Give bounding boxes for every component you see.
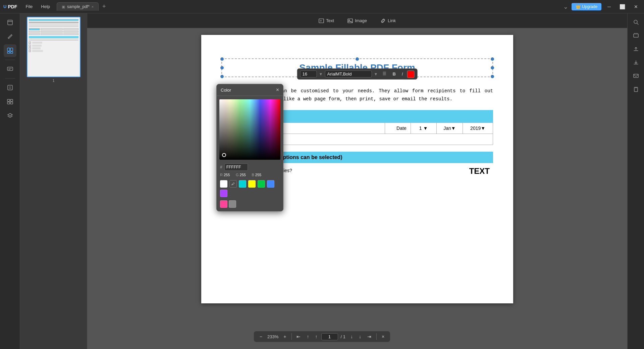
font-size-input[interactable] xyxy=(300,70,317,78)
color-picker-dialog[interactable]: Color × # R 255 G 255 xyxy=(216,84,283,211)
sidebar-icon-comment[interactable] xyxy=(4,63,16,76)
swatch-blue[interactable] xyxy=(267,180,274,188)
sidebar-icon-organize[interactable] xyxy=(4,95,16,108)
black-overlay xyxy=(219,99,280,160)
nav-next-button[interactable]: ↓ xyxy=(348,333,355,340)
address-input-cell[interactable] xyxy=(256,134,493,145)
thumb-page-number: 1 xyxy=(27,79,80,83)
pdf-canvas[interactable]: ▼ ▼ B I xyxy=(87,28,627,349)
handle-br[interactable] xyxy=(491,75,494,78)
rsidebar-search-icon[interactable] xyxy=(630,16,642,28)
sidebar-icon-edit[interactable] xyxy=(4,30,16,43)
sidebar-icon-form[interactable] xyxy=(4,81,16,94)
font-size-dropdown-icon[interactable]: ▼ xyxy=(319,72,323,77)
tab-sample-pdf[interactable]: ▣ sample_pdf* × xyxy=(57,2,99,11)
list-icon xyxy=(382,71,386,76)
minimize-button[interactable]: ─ xyxy=(605,3,613,11)
sidebar-icon-layers[interactable] xyxy=(4,109,16,122)
left-sidebar xyxy=(0,13,20,349)
color-extra-swatches xyxy=(217,200,283,211)
handle-tc[interactable] xyxy=(356,57,359,61)
rgb-b: B 255 xyxy=(252,173,265,177)
svg-line-24 xyxy=(637,23,638,24)
handle-tr[interactable] xyxy=(491,57,494,61)
swatch-pink[interactable] xyxy=(220,200,227,208)
tab-close-icon[interactable]: × xyxy=(92,5,94,9)
svg-rect-0 xyxy=(8,20,12,25)
svg-rect-4 xyxy=(7,52,10,53)
sidebar-icon-thumbnail[interactable] xyxy=(4,44,16,57)
handle-ml[interactable] xyxy=(220,66,224,69)
close-button[interactable]: ✕ xyxy=(631,3,641,11)
rgb-r: R 255 xyxy=(220,173,233,177)
thumbnail-page-1[interactable]: 1 xyxy=(27,17,80,83)
page-total: / 1 xyxy=(339,334,346,339)
handle-tl[interactable] xyxy=(220,57,224,61)
font-name-input[interactable] xyxy=(325,70,372,78)
swatch-gray[interactable] xyxy=(229,200,236,208)
tabs-dropdown-icon[interactable]: ⌄ xyxy=(563,3,568,10)
date-day-cell[interactable]: 1 ▼ xyxy=(411,122,436,134)
add-tab-button[interactable]: + xyxy=(100,3,108,11)
menu-bar: File Help xyxy=(22,3,53,10)
sidebar-divider-2 xyxy=(5,78,15,79)
upgrade-button[interactable]: 👑 Upgrade xyxy=(572,3,601,10)
menu-file[interactable]: File xyxy=(22,3,36,10)
svg-rect-6 xyxy=(7,67,13,70)
rsidebar-email-icon[interactable] xyxy=(630,70,642,82)
nav-last-button[interactable]: ⇥ xyxy=(365,333,374,340)
bottom-toolbar: − 233% + ⇤ ↑ ↑ / 1 ↓ ↓ ⇥ × xyxy=(254,331,390,342)
swatch-white[interactable] xyxy=(220,180,227,188)
swatch-yellow[interactable] xyxy=(248,180,256,188)
logo-u: U xyxy=(3,4,6,9)
eyedropper-button[interactable] xyxy=(229,180,237,188)
list-format-button[interactable] xyxy=(380,70,388,78)
page-input[interactable] xyxy=(321,333,338,340)
tab-icon: ▣ xyxy=(62,5,65,9)
color-gradient-picker[interactable] xyxy=(219,99,280,160)
zoom-out-button[interactable]: − xyxy=(257,333,265,340)
menu-help[interactable]: Help xyxy=(38,3,53,10)
color-swatch-button[interactable] xyxy=(407,70,414,78)
handle-mr[interactable] xyxy=(491,66,494,69)
bold-button[interactable]: B xyxy=(390,70,397,78)
svg-rect-5 xyxy=(10,52,13,53)
rsidebar-download-icon[interactable] xyxy=(630,56,642,68)
link-tool-button[interactable]: Link xyxy=(377,17,399,25)
nav-first-button[interactable]: ⇤ xyxy=(294,333,303,340)
close-toolbar-button[interactable]: × xyxy=(379,333,387,340)
sidebar-icon-home[interactable] xyxy=(4,16,16,29)
tab-bar: ▣ sample_pdf* × + xyxy=(57,2,563,11)
nav-prev-button[interactable]: ↑ xyxy=(313,333,320,340)
swatch-purple[interactable] xyxy=(220,190,227,197)
titlebar: UPDF File Help ▣ sample_pdf* × + ⌄ 👑 Upg… xyxy=(0,0,644,13)
tab-label: sample_pdf* xyxy=(67,4,90,9)
nav-prev-section-button[interactable]: ↑ xyxy=(304,333,311,340)
svg-rect-3 xyxy=(10,48,13,51)
swatch-green[interactable] xyxy=(258,180,265,188)
image-tool-button[interactable]: Image xyxy=(344,17,370,25)
italic-button[interactable]: I xyxy=(400,70,405,78)
rsidebar-clipboard-icon[interactable] xyxy=(630,83,642,95)
color-dialog-close-button[interactable]: × xyxy=(276,87,279,93)
upgrade-label: Upgrade xyxy=(582,4,597,9)
svg-rect-13 xyxy=(10,99,13,101)
date-month-cell[interactable]: Jan▼ xyxy=(436,122,463,134)
nav-next-section-button[interactable]: ↓ xyxy=(357,333,364,340)
titlebar-right: ⌄ 👑 Upgrade ─ ⬜ ✕ xyxy=(563,3,641,11)
zoom-in-button[interactable]: + xyxy=(281,333,288,340)
maximize-button[interactable]: ⬜ xyxy=(617,3,628,11)
image-icon xyxy=(347,18,353,23)
font-name-dropdown-icon[interactable]: ▼ xyxy=(374,72,378,77)
swatch-cyan[interactable] xyxy=(239,180,246,188)
text-tool-button[interactable]: T Text xyxy=(315,17,337,25)
date-year-cell[interactable]: 2019▼ xyxy=(463,122,493,134)
color-hex-row: # xyxy=(217,161,283,173)
rsidebar-fullscreen-icon[interactable] xyxy=(630,30,642,42)
hex-input[interactable] xyxy=(224,163,248,171)
color-swatches-row xyxy=(217,178,283,200)
svg-rect-12 xyxy=(7,99,10,101)
upgrade-icon: 👑 xyxy=(576,4,581,9)
rsidebar-upload-icon[interactable] xyxy=(630,43,642,55)
handle-bl[interactable] xyxy=(220,75,224,78)
